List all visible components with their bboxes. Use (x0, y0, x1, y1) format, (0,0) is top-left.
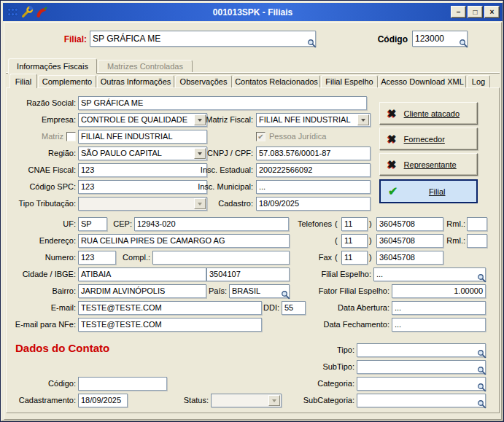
rml1-input[interactable] (467, 217, 487, 231)
codigo-header-input[interactable]: 123000 (412, 31, 468, 47)
role-label: Cliente atacado (404, 109, 460, 118)
categoria-input[interactable] (357, 377, 486, 391)
cidade-input[interactable]: ATIBAIA (78, 267, 206, 281)
insc-estadual-input[interactable]: 200222566092 (256, 163, 371, 177)
endereco-label: Endereço: (5, 234, 76, 248)
filial-espelho-label: Filial Espelho: (306, 267, 371, 281)
toggle-fornecedor[interactable]: ✖ Fornecedor (379, 128, 478, 150)
email-label: E-mail: (5, 301, 76, 315)
codigo-header-label: Código (360, 31, 408, 47)
tab-filial-espelho[interactable]: Filial Espelho (321, 75, 378, 87)
tab-filial[interactable]: Filial (9, 74, 37, 88)
tab-outras-informacoes[interactable]: Outras Informações (97, 75, 174, 87)
razao-social-input[interactable]: SP GRÁFICA ME (78, 96, 367, 110)
fator-filial-espelho-input[interactable]: 1.00000 (392, 284, 486, 298)
window-title: 001013SPK - Filiais (213, 7, 292, 17)
bairro-input[interactable]: JARDIM ALVINÓPOLIS (78, 284, 206, 298)
phone2-number-input[interactable]: 36045708 (376, 234, 443, 248)
regiao-label: Região: (5, 146, 76, 160)
tab-label: Outras Informações (101, 77, 171, 86)
lookup-icon[interactable] (281, 290, 290, 300)
contato-codigo-input[interactable] (78, 377, 167, 391)
tipo-input[interactable] (357, 343, 486, 357)
subtipo-input[interactable] (357, 360, 486, 374)
cadastro-input[interactable]: 18/09/2025 (256, 197, 371, 211)
x-icon: ✖ (387, 158, 397, 171)
rml2-input[interactable] (467, 234, 487, 248)
lookup-icon[interactable] (307, 39, 317, 48)
lookup-icon[interactable] (477, 349, 486, 359)
cep-input[interactable]: 12943-020 (134, 217, 289, 231)
insc-municipal-input[interactable]: ... (256, 180, 371, 194)
cnpj-cpf-input[interactable]: 57.083.576/0001-87 (256, 146, 371, 160)
fax-number: 36045708 (379, 253, 415, 262)
subcategoria-label: SubCategoria: (282, 394, 354, 407)
pais-label: País: (206, 284, 227, 298)
x-icon: ✖ (387, 133, 397, 146)
tab-complemento[interactable]: Complemento (38, 75, 96, 87)
empresa-label: Empresa: (5, 113, 76, 127)
ibge-value: 3504107 (209, 270, 241, 278)
filial-espelho-input[interactable]: ... (373, 267, 486, 281)
phone1-number-input[interactable]: 36045708 (376, 217, 443, 231)
lookup-icon[interactable] (477, 366, 486, 375)
tab-observacoes[interactable]: Observações (175, 75, 232, 87)
lookup-icon[interactable] (477, 399, 486, 409)
phone1-ddd-input[interactable]: 11 (341, 217, 368, 231)
phone2-number: 36045708 (379, 236, 415, 245)
endereco-value: RUA CELINA PIRES DE CAMARGO AG (81, 236, 225, 245)
phone2-ddd-input[interactable]: 11 (341, 234, 368, 248)
numero-value: 123 (81, 253, 94, 262)
fax-ddd-input[interactable]: 11 (341, 251, 368, 265)
endereco-input[interactable]: RUA CELINA PIRES DE CAMARGO AG (78, 234, 290, 248)
status-select (211, 394, 282, 407)
insc-estadual-value: 200222566092 (259, 165, 312, 174)
toggle-representante[interactable]: ✖ Representante (379, 153, 478, 176)
data-fechamento-input[interactable]: ... (392, 318, 486, 332)
window-controls: – □ × (451, 6, 500, 18)
lookup-icon[interactable] (459, 39, 468, 48)
maximize-button[interactable]: □ (468, 6, 483, 18)
filial-header-input[interactable]: SP GRÁFICA ME (90, 31, 316, 47)
email-nfe-value: TESTE@TESTE.COM (81, 320, 162, 329)
subcategoria-input[interactable] (357, 394, 486, 407)
tab-label: Filial (15, 77, 32, 86)
toggle-filial[interactable]: ✔ Filial (379, 179, 478, 203)
matriz-fiscal-value: FILIAL NFE INDUSTRIAL (259, 115, 351, 124)
paren-close: ) (369, 251, 375, 265)
data-abertura-input[interactable]: ... (392, 301, 486, 315)
filial-espelho-value: ... (376, 270, 383, 278)
tab-acesso-download-xml[interactable]: Acesso Download XML (379, 75, 466, 87)
titlebar[interactable]: 001013SPK - Filiais – □ × (3, 3, 503, 21)
matriz-checkbox[interactable] (66, 132, 76, 141)
tab-informacoes-fiscais[interactable]: Informações Fiscais (8, 58, 97, 74)
tab-matrizes-controladas[interactable]: Matrizes Controladas (98, 60, 193, 72)
tab-log[interactable]: Log (467, 75, 490, 87)
tab-contatos-relacionados[interactable]: Contatos Relacionados (233, 75, 320, 87)
tab-label: Contatos Relacionados (235, 77, 318, 86)
toggle-cliente-atacado[interactable]: ✖ Cliente atacado (379, 102, 478, 125)
tipo-tributacao-label: Tipo Tributação: (5, 197, 76, 211)
close-button[interactable]: × (484, 6, 500, 18)
compl-input[interactable] (152, 251, 290, 265)
fax-number-input[interactable]: 36045708 (376, 251, 443, 265)
lookup-icon[interactable] (477, 273, 486, 283)
email-nfe-input[interactable]: TESTE@TESTE.COM (78, 318, 262, 332)
numero-input[interactable]: 123 (78, 251, 116, 265)
minimize-button[interactable]: – (451, 6, 466, 18)
pais-input[interactable]: BRASIL (229, 284, 290, 298)
email-input[interactable]: TESTE@TESTE.COM (78, 301, 262, 315)
chevron-down-icon[interactable] (357, 114, 369, 125)
insc-municipal-label: Insc. Municipal: (180, 180, 253, 194)
check-icon: ✔ (257, 133, 263, 141)
lookup-icon[interactable] (477, 383, 486, 392)
role-label: Representante (404, 160, 457, 169)
uf-input[interactable]: SP (78, 217, 107, 231)
matriz-fiscal-select[interactable]: FILIAL NFE INDUSTRIAL (256, 113, 371, 127)
cadastramento-input[interactable]: 18/09/2025 (78, 394, 128, 407)
pais-value: BRASIL (232, 286, 260, 295)
paren-close: ) (369, 234, 375, 248)
tab-label: Acesso Download XML (381, 77, 464, 86)
tipo-label: Tipo: (282, 343, 354, 357)
ibge-input[interactable]: 3504107 (206, 267, 290, 281)
